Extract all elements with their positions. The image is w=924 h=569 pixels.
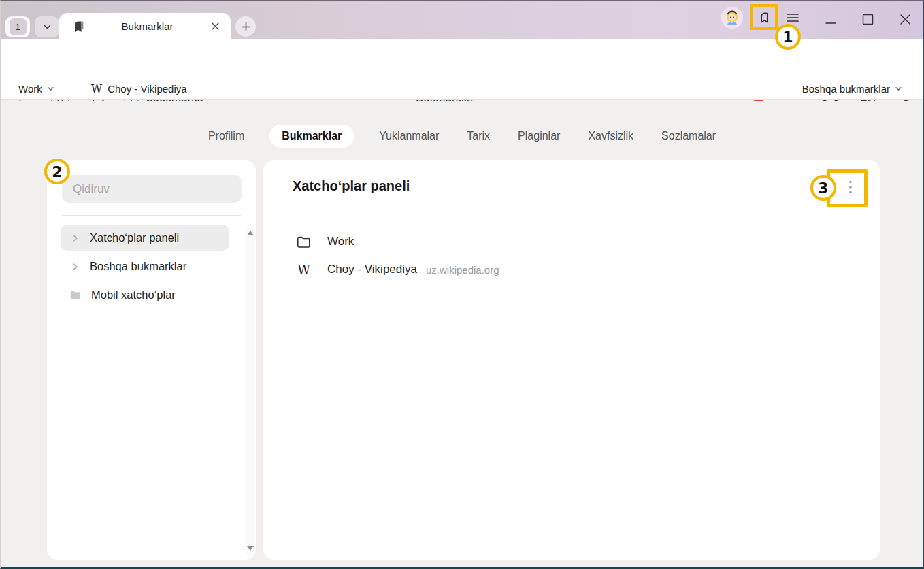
annotation-circle-3: 3 (810, 175, 836, 201)
browser-tab[interactable]: Bukmarklar (59, 13, 231, 39)
annotation-circle-2: 2 (44, 159, 70, 184)
tree-item-label: Boshqa bukmarklar (90, 260, 186, 273)
bookmark-tab-icon (71, 19, 86, 34)
tab-list-dropdown[interactable] (35, 16, 59, 37)
bookmarks-bar-link-choy[interactable]: W Choy - Vikipediya (91, 82, 187, 95)
tab-counter[interactable]: 1 (5, 16, 59, 37)
window-close-button[interactable] (892, 7, 918, 31)
chevron-down-icon (43, 22, 52, 31)
close-icon (900, 14, 911, 25)
bookmarks-bar: Work W Choy - Vikipediya Boshqa bukmarkl… (1, 78, 923, 100)
tab-profilim[interactable]: Profilim (205, 125, 247, 148)
annotation-circle-1: 1 (775, 24, 801, 50)
sidebar-scrollbar[interactable] (246, 225, 255, 557)
wikipedia-w-icon: W (91, 82, 102, 95)
new-tab-button[interactable] (235, 16, 256, 37)
tree-item-other-bookmarks[interactable]: Boshqa bukmarklar (61, 253, 229, 280)
tab-xavfsizlik[interactable]: Xavfsizlik (585, 125, 636, 148)
profile-avatar[interactable] (721, 7, 743, 29)
scroll-up-icon[interactable] (247, 231, 254, 235)
divider (62, 215, 241, 216)
list-item-url: uz.wikipedia.org (426, 264, 499, 276)
close-icon (211, 22, 220, 31)
bookmarks-manager-page: Profilim Bukmarklar Yuklanmalar Tarix Pl… (1, 101, 923, 567)
bookmarks-panel-content: Xatchoʻplar paneli Work W Choy - Vikiped… (263, 160, 880, 560)
hamburger-icon (787, 12, 799, 23)
list-item-link-choy[interactable]: W Choy - Vikipediya uz.wikipedia.org (297, 256, 499, 283)
list-item-label: Choy - Vikipediya (327, 263, 417, 276)
chevron-down-icon (47, 85, 54, 93)
tab-close-button[interactable] (208, 20, 222, 33)
chevron-right-icon (70, 262, 80, 272)
browser-window: 1 Bukmarklar (0, 0, 924, 569)
other-bookmarks-button[interactable]: Boshqa bukmarklar (802, 83, 902, 95)
tab-yuklanmalar[interactable]: Yuklanmalar (376, 125, 442, 148)
tab-plaginlar[interactable]: Plaginlar (515, 125, 563, 148)
tree-item-mobile-bookmarks[interactable]: Mobil xatchoʻplar (61, 282, 229, 308)
plus-icon (241, 22, 251, 32)
avatar-image (721, 7, 743, 29)
folders-sidebar: Xatchoʻplar paneli Boshqa bukmarklar Mob… (47, 160, 256, 560)
tree-item-label: Xatchoʻplar paneli (90, 231, 179, 244)
chevron-right-icon (70, 233, 80, 243)
tab-count: 1 (10, 18, 27, 35)
bookmark-label: Choy - Vikipediya (108, 83, 186, 95)
folder-tree: Xatchoʻplar paneli Boshqa bukmarklar Mob… (61, 225, 229, 310)
minimize-icon (825, 12, 836, 26)
other-bookmarks-label: Boshqa bukmarklar (802, 83, 890, 95)
wikipedia-w-icon: W (297, 263, 311, 277)
minimize-button[interactable] (818, 7, 844, 31)
tree-item-bookmarks-panel[interactable]: Xatchoʻplar paneli (61, 225, 229, 251)
panel-title: Xatchoʻplar paneli (293, 178, 410, 194)
list-item-label: Work (327, 235, 354, 248)
scroll-down-icon[interactable] (247, 546, 254, 551)
tree-item-label: Mobil xatchoʻplar (91, 289, 176, 302)
search-input[interactable] (62, 175, 242, 203)
tab-bukmarklar[interactable]: Bukmarklar (269, 125, 354, 148)
folder-outline-icon (297, 235, 311, 248)
maximize-button[interactable] (855, 7, 880, 31)
tab-tarix[interactable]: Tarix (464, 125, 493, 148)
divider (293, 214, 867, 214)
bookmarks-bar-folder-work[interactable]: Work (18, 83, 54, 95)
annotation-box-1 (750, 4, 778, 30)
folder-icon (70, 291, 81, 300)
chevron-down-icon (895, 85, 902, 93)
manager-nav-tabs: Profilim Bukmarklar Yuklanmalar Tarix Pl… (1, 123, 923, 148)
maximize-icon (862, 14, 874, 25)
list-item-folder-work[interactable]: Work (297, 228, 354, 255)
tab-sozlamalar[interactable]: Sozlamalar (659, 125, 719, 148)
folder-label: Work (18, 83, 42, 95)
tab-title: Bukmarklar (86, 20, 208, 32)
tab-counter-pill[interactable]: 1 (5, 16, 30, 37)
